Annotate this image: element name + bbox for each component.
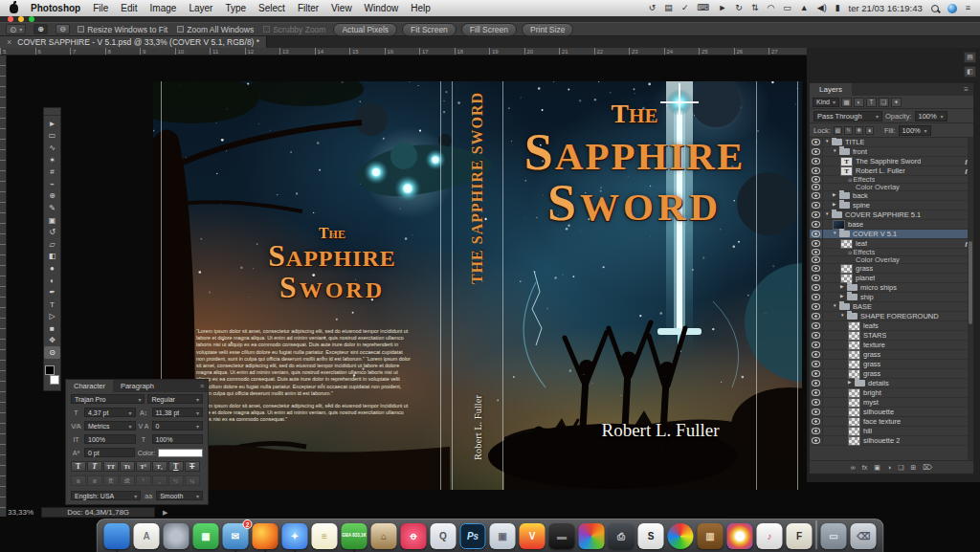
tab-paragraph[interactable]: Paragraph [113,380,162,392]
tool-button[interactable]: ◐ [44,275,60,287]
layer-row[interactable]: The Sapphire Sword fx [810,157,973,166]
visibility-eye-icon[interactable] [810,293,823,301]
opentype-toggle[interactable]: ¼ [185,475,200,486]
layer-row[interactable]: ship fx [810,293,973,302]
layer-row[interactable]: hill fx [810,427,973,436]
tool-button[interactable]: ► [44,118,60,130]
type-style-toggle[interactable]: T [71,461,86,472]
opentype-toggle[interactable]: ﬅ [103,475,119,486]
opacity-field[interactable]: 100%▾ [915,111,947,121]
menu-item[interactable]: Image [150,3,177,13]
zoom-in-mode-button[interactable]: ⊕ [33,24,48,34]
type-style-toggle[interactable]: T¹ [136,461,151,472]
horizontal-scale-field[interactable]: 100% [152,434,204,444]
options-button[interactable]: Fit Screen [402,23,457,36]
visibility-eye-icon[interactable] [810,360,823,368]
tab-layers[interactable]: Layers [810,83,852,96]
dock-app-icon[interactable]: A [134,523,160,549]
dock-app-icon[interactable] [816,520,817,549]
layers-action-icon[interactable]: ∞ [851,464,856,471]
dock-app-icon[interactable] [164,523,189,549]
layer-row[interactable]: face texture fx [810,417,973,427]
dock-app-icon[interactable]: ꝋ [401,523,427,549]
expand-arrow-icon[interactable] [833,149,839,154]
notification-center-icon[interactable]: ≡ [966,4,970,12]
tool-button[interactable]: ● [44,262,60,275]
vertical-ruler[interactable] [0,55,7,517]
close-window-button[interactable] [8,16,13,22]
visibility-eye-icon[interactable] [810,239,823,248]
dock-app-icon[interactable]: GBA 833,1K [342,523,368,549]
dock-app-icon[interactable]: Ps [460,523,486,549]
layers-panel-menu-icon[interactable]: ≡ [964,85,973,94]
visibility-eye-icon[interactable] [810,331,823,340]
opentype-toggle[interactable]: ₁ [152,475,167,486]
status-icon[interactable]: ↺ [649,4,657,12]
visibility-eye-icon[interactable] [810,249,823,255]
visibility-eye-icon[interactable] [810,210,823,219]
visibility-eye-icon[interactable] [810,312,823,320]
layer-row[interactable]: TITLE fx [810,138,973,147]
status-icon[interactable]: ◠ [767,4,774,12]
menu-item[interactable]: Type [225,3,246,13]
horizontal-ruler[interactable]: 5678910111213141516171819202122232425262… [0,48,807,55]
book-cover-canvas[interactable]: THE SAPPHIRE SWORD THE SAPPHIRE SWORD “L… [153,81,802,490]
layers-action-icon[interactable]: ⌦ [923,464,932,472]
opentype-toggle[interactable]: ﬂ [87,475,102,486]
dock-app-icon[interactable] [253,523,278,549]
tool-preset-picker[interactable]: ⊙ ▾ [6,24,26,34]
layer-row[interactable]: grass fx [810,264,973,274]
dock-app-icon[interactable]: ⎙ [609,523,635,549]
font-size-field[interactable]: 4,37 pt▾ [84,408,136,417]
text-color-swatch[interactable] [158,449,203,457]
expand-arrow-icon[interactable] [825,212,832,217]
layers-scrollbar[interactable] [968,138,973,460]
layers-action-icon[interactable]: ◑ [887,464,891,471]
layer-row[interactable]: leaf fx [810,239,973,249]
dock-app-icon[interactable]: ▭ [821,523,847,549]
dock-app-icon[interactable] [579,523,605,549]
type-style-toggle[interactable]: T [168,461,184,472]
opentype-toggle[interactable]: ¹ [136,475,151,486]
visibility-eye-icon[interactable] [810,220,823,229]
visibility-eye-icon[interactable] [810,302,823,311]
options-checkbox[interactable]: Scrubby Zoom [263,25,325,34]
user-sphere-icon[interactable] [947,4,957,13]
dock-app-icon[interactable] [668,523,694,549]
layer-row[interactable]: BASE fx [810,302,973,312]
layer-row[interactable]: bright fx [810,388,973,398]
font-style-select[interactable]: Regular▾ [147,394,203,404]
expand-arrow-icon[interactable] [833,193,839,198]
menu-item[interactable]: Window [365,3,399,13]
layer-row[interactable]: grass fx [810,360,973,369]
dock-app-icon[interactable]: F [787,523,813,549]
color-swatches[interactable] [44,364,60,385]
tracking-field[interactable]: 0▾ [152,421,204,431]
tool-button[interactable]: ✒ [44,286,60,298]
visibility-eye-icon[interactable] [810,388,823,397]
kerning-field[interactable]: Metrics▾ [84,421,136,431]
tool-button[interactable]: ↺ [44,226,60,238]
dock-app-icon[interactable]: ♪ [757,523,783,549]
menu-item[interactable]: Select [258,3,285,13]
expand-arrow-icon[interactable] [825,140,832,144]
collapsed-panel-icon[interactable]: ◧ [964,66,976,77]
type-style-toggle[interactable]: T [185,461,200,472]
dock-app-icon[interactable]: S [638,523,664,549]
layer-row[interactable]: COVER V 5.1 fx [810,230,973,239]
dock-app-icon[interactable]: ▣ [490,523,516,549]
status-options-arrow-icon[interactable]: ▶ [163,509,167,517]
lock-icon[interactable]: ▨ [834,126,842,135]
layer-row[interactable]: front fx [810,147,973,157]
dock-app-icon[interactable]: ⌫ [851,523,877,549]
dock-app-icon[interactable]: ⌂ [371,523,397,549]
visibility-eye-icon[interactable] [810,341,823,349]
opentype-toggle[interactable]: ﬁ [71,475,86,486]
menu-item[interactable]: Photoshop [31,3,80,13]
guide-line[interactable] [502,81,503,490]
tool-button[interactable]: # [44,166,60,178]
tool-button[interactable]: ✶ [44,154,60,166]
layer-row[interactable]: myst fx [810,398,973,408]
tool-button[interactable]: T [44,298,60,311]
zoom-out-mode-button[interactable]: ⊖ [56,24,70,34]
